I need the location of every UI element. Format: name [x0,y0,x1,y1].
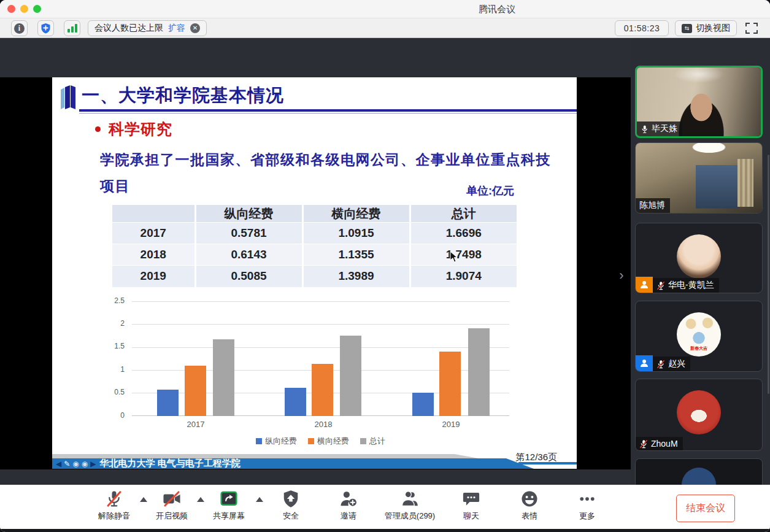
shared-screen-area: 一、大学和学院基本情况 科学研究 学院承担了一批国家、省部级和各级电网公司、企事… [0,38,631,485]
meeting-window: 腾讯会议 i 会议人数已达上限 扩容 ✕ 01:58:23 ⇆ 切换视图 [0,0,770,532]
participant-avatar [677,234,721,279]
menu-circle-icon: ◉ [72,460,79,468]
participant-tile-chenxubo[interactable]: 陈旭博 [635,142,763,214]
pen-icon: ✎ [64,460,70,468]
smiley-icon [520,490,539,508]
share-screen-button[interactable]: 共享屏幕 [213,490,245,522]
mic-options-caret[interactable] [140,497,147,502]
funding-table: 纵向经费 横向经费 总计 2017 0.5781 1.0915 1.6696 2… [112,204,517,287]
expand-capacity-link[interactable]: 扩容 [168,23,185,34]
letterbox-bottom [0,469,631,485]
book-icon [60,85,82,110]
next-slide-icon: ▶ [90,460,96,468]
mic-on-icon [641,125,649,134]
capacity-text: 会议人数已达上限 [94,23,163,34]
avatar-caption: 新春大吉 [690,345,707,352]
members-icon [401,490,419,508]
invite-button[interactable]: 邀请 [339,490,358,522]
capacity-banner: 会议人数已达上限 扩容 ✕ [88,20,207,36]
table-row: 2019 0.5085 1.3989 1.9074 [112,266,517,287]
chart-legend: 纵向经费 横向经费 总计 [132,436,509,447]
meeting-timer: 01:58:23 [615,20,669,36]
page-indicator: 第12/36页 [515,452,557,463]
bar-2019-vertical [412,393,434,416]
participant-tile-huangkailan[interactable]: 华电-黄凯兰 [635,223,763,293]
chart-plot-area [132,301,509,416]
bullet-dot [95,126,101,132]
share-screen-icon [219,490,239,508]
info-icon: i [14,23,25,34]
video-options-caret[interactable] [197,497,204,502]
slide-section-title: 一、大学和学院基本情况 [82,83,284,108]
start-video-button[interactable]: 开启视频 [156,490,188,522]
chat-button[interactable]: 聊天 [462,490,480,522]
bar-2017-vertical [157,390,179,416]
bar-2017-horizontal [185,366,206,416]
presentation-slide: 一、大学和学院基本情况 科学研究 学院承担了一批国家、省部级和各级电网公司、企事… [52,77,577,469]
slide-bullet-heading: 科学研究 [109,119,172,139]
network-signal-button[interactable] [64,20,80,36]
invite-person-icon [339,490,358,508]
zoom-window-button[interactable] [33,5,41,13]
table-header-row: 纵向经费 横向经费 总计 [112,205,517,223]
close-banner-icon[interactable]: ✕ [190,23,200,33]
participant-badge [636,355,653,371]
participant-tile-zhaoxing[interactable]: 新春大吉 赵兴 [635,301,763,372]
participant-name: ZhouM [651,439,678,449]
control-bar: 解除静音 开启视频 共享屏幕 安全 [0,485,770,529]
participant-name: 陈旭博 [639,200,665,211]
x-tick-2019: 2019 [442,420,460,429]
close-window-button[interactable] [7,5,15,13]
slide-footer: ◀ ✎ ◉ ◉ ▶ 华北电力大学 电气与电子工程学院 第12/36页 [52,449,577,469]
main-area: 一、大学和学院基本情况 科学研究 学院承担了一批国家、省部级和各级电网公司、企事… [0,38,770,485]
mic-muted-icon [639,439,648,449]
hand-raised-badge [636,277,653,293]
security-shield-icon [282,490,299,508]
switch-view-icon: ⇆ [682,24,692,33]
manage-members-button[interactable]: 管理成员(299) [385,490,435,522]
bar-2018-total [340,336,361,416]
footer-organization: 华北电力大学 电气与电子工程学院 [100,458,241,469]
mic-muted-icon [105,490,123,508]
end-meeting-button[interactable]: 结束会议 [676,495,735,522]
letterbox-top [0,38,631,77]
bar-2018-horizontal [312,364,333,416]
shield-plus-icon [40,23,51,34]
prev-slide-icon: ◀ [56,460,61,468]
participant-name: 赵兴 [668,358,685,369]
meeting-toolbar: i 会议人数已达上限 扩容 ✕ 01:58:23 ⇆ 切换视图 [0,18,770,38]
sidebar-scrollbar[interactable] [768,155,769,394]
emoji-button[interactable]: 表情 [520,490,539,522]
share-options-caret[interactable] [256,497,263,502]
participant-tile-bitianshu[interactable]: 毕天姝 [635,66,763,138]
security-button[interactable]: 安全 [282,490,299,522]
unmute-button[interactable]: 解除静音 [98,490,130,522]
bar-2018-vertical [285,388,306,416]
window-title: 腾讯会议 [479,4,515,15]
table-row: 2017 0.5781 1.0915 1.6696 [112,223,517,244]
bar-2019-total [468,328,490,416]
participant-tile-zhoum[interactable]: ZhouM [635,379,763,451]
title-bar: 腾讯会议 [0,0,770,18]
participant-name: 毕天姝 [652,123,677,134]
bar-2019-horizontal [439,352,461,416]
switch-view-button[interactable]: ⇆ 切换视图 [675,20,737,36]
unit-note: 单位:亿元 [466,183,514,198]
participant-avatar [677,390,721,434]
more-circle-icon: ◉ [82,460,88,468]
x-tick-2017: 2017 [187,420,205,429]
meeting-info-button[interactable]: i [11,20,28,36]
title-underline [79,109,577,112]
slide-body-line1: 学院承担了一批国家、省部级和各级电网公司、企事业单位重点科技 [100,150,551,169]
meeting-security-button[interactable] [37,20,54,36]
person-icon [639,358,649,368]
screen-edge [0,529,770,532]
participant-name: 华电-黄凯兰 [668,280,714,291]
mouse-cursor [450,251,458,263]
collapse-sidebar-chevron-icon[interactable]: › [615,266,628,285]
minimize-window-button[interactable] [20,5,28,13]
mic-muted-icon [656,281,665,290]
more-button[interactable]: 更多 [578,490,596,522]
fullscreen-button[interactable] [744,21,759,35]
participants-sidebar: 毕天姝 陈旭博 [631,38,770,485]
